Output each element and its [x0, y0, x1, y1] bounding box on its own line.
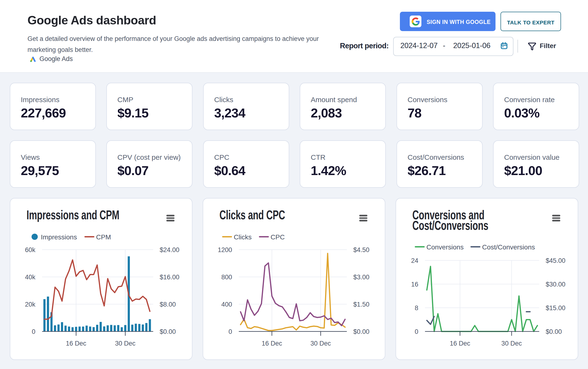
svg-text:1200: 1200 — [218, 246, 232, 254]
svg-text:30 Dec: 30 Dec — [115, 340, 136, 347]
svg-text:0: 0 — [415, 328, 418, 335]
svg-text:20k: 20k — [25, 301, 35, 308]
svg-text:16 Dec: 16 Dec — [66, 340, 87, 347]
svg-text:CPC: CPC — [270, 233, 285, 241]
svg-text:0: 0 — [32, 328, 35, 335]
svg-text:16: 16 — [411, 281, 418, 288]
svg-text:30 Dec: 30 Dec — [501, 340, 522, 347]
svg-text:400: 400 — [221, 301, 232, 308]
svg-text:$30.00: $30.00 — [546, 281, 566, 288]
svg-text:Cost/Conversions: Cost/Conversions — [482, 244, 535, 251]
svg-text:$15.00: $15.00 — [546, 304, 566, 312]
svg-text:24: 24 — [411, 257, 418, 264]
svg-text:800: 800 — [221, 274, 232, 281]
svg-text:$0.00: $0.00 — [546, 328, 562, 335]
svg-text:$16.00: $16.00 — [160, 274, 179, 281]
svg-text:$0.00: $0.00 — [353, 328, 369, 335]
svg-text:16 Dec: 16 Dec — [450, 340, 470, 347]
svg-text:$0.00: $0.00 — [160, 328, 176, 335]
svg-text:16 Dec: 16 Dec — [262, 340, 282, 347]
svg-text:$45.00: $45.00 — [546, 257, 566, 264]
svg-text:30 Dec: 30 Dec — [310, 340, 331, 347]
svg-text:Conversions: Conversions — [426, 244, 464, 251]
svg-text:$24.00: $24.00 — [160, 246, 179, 254]
svg-text:$1.50: $1.50 — [353, 301, 369, 308]
svg-text:$4.50: $4.50 — [353, 246, 369, 254]
svg-text:$8.00: $8.00 — [160, 301, 176, 308]
svg-text:60k: 60k — [25, 246, 35, 254]
svg-text:40k: 40k — [25, 274, 35, 281]
svg-text:Clicks: Clicks — [234, 233, 252, 241]
svg-text:0: 0 — [229, 328, 232, 335]
svg-text:CPM: CPM — [96, 233, 111, 241]
svg-text:8: 8 — [415, 304, 418, 312]
svg-text:Impressions: Impressions — [41, 233, 77, 241]
svg-text:$3.00: $3.00 — [353, 274, 369, 281]
